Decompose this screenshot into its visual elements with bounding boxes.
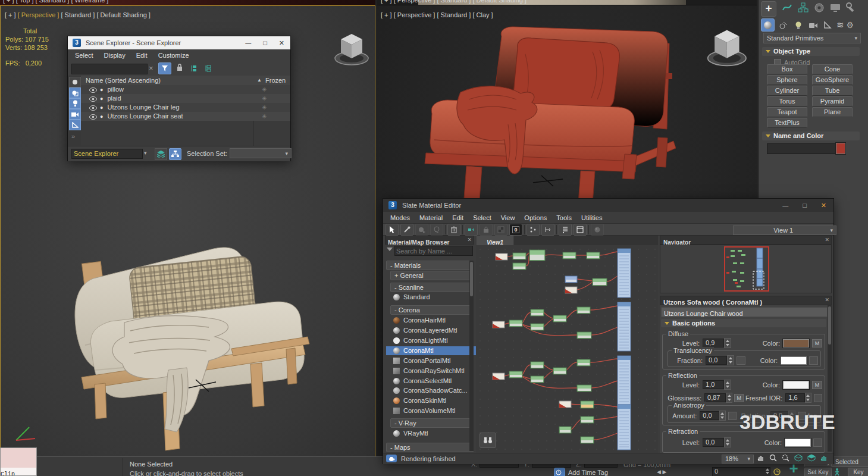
layout-all-icon[interactable] xyxy=(527,224,540,236)
selected-filter-dropdown[interactable]: Selected xyxy=(832,458,868,467)
filter-helpers-icon[interactable] xyxy=(69,120,81,130)
material-name-field[interactable]: Utzons Lounge Chair wood xyxy=(661,307,828,317)
frame-step-arrows[interactable]: ◀ ▶ xyxy=(657,469,666,475)
render-dot-icon[interactable]: ● xyxy=(100,105,103,111)
menu-tools[interactable]: Tools xyxy=(556,214,572,221)
top-viewport-sliver-left[interactable]: [ + ] [ Top ] [ Standard ] [ Wireframe ] xyxy=(0,0,375,5)
frozen-cell-icon[interactable]: ✳ xyxy=(262,104,267,111)
select-tool-button[interactable] xyxy=(386,224,399,236)
layout-children-icon[interactable] xyxy=(541,224,554,236)
reflection-color-swatch[interactable] xyxy=(783,381,809,389)
fresnel-map-slot[interactable] xyxy=(814,394,822,402)
list-item-coronalightmtl[interactable]: CoronaLightMtl xyxy=(393,336,468,345)
primitive-button-torus[interactable]: Torus xyxy=(767,96,807,107)
list-item-coronavolumemtl[interactable]: CoronaVolumeMtl xyxy=(393,406,468,415)
menu-select[interactable]: Select xyxy=(75,52,93,59)
refraction-color-swatch[interactable] xyxy=(785,439,811,447)
viewport-pov-label[interactable]: [ Perspective ] xyxy=(18,11,59,18)
list-item-standard[interactable]: Standard xyxy=(393,293,468,302)
menu-options[interactable]: Options xyxy=(524,214,547,221)
object-name-field[interactable] xyxy=(767,143,836,154)
top-viewport-sliver-right[interactable]: [ + ] [ Perspective ] [ Standard ] [ Def… xyxy=(377,0,757,5)
diffuse-color-swatch[interactable] xyxy=(783,339,809,347)
refraction-map-slot[interactable] xyxy=(813,439,822,447)
group-corona[interactable]: - Corona xyxy=(390,305,474,315)
minimize-icon[interactable]: — xyxy=(782,202,788,209)
zoom-region-icon[interactable] xyxy=(782,453,789,464)
translucency-map-slot[interactable] xyxy=(809,356,818,365)
basic-options-rollout[interactable]: Basic options xyxy=(661,319,826,327)
parameter-panel-header[interactable]: Utzons Sofa wood ( CoronaMtl ) ✕ xyxy=(660,296,832,305)
frozen-cell-icon[interactable]: ✳ xyxy=(262,95,267,102)
amount-map-slot[interactable] xyxy=(728,412,737,420)
show-background-icon[interactable] xyxy=(494,224,507,236)
primitive-button-tube[interactable]: Tube xyxy=(812,86,853,96)
tab-utilities[interactable] xyxy=(846,2,857,15)
table-row[interactable]: ● Utzons Lounge Chair seat ✳ xyxy=(81,112,290,121)
browser-header[interactable]: Material/Map Browser ✕ xyxy=(385,236,474,245)
set-key-button[interactable]: Set Key xyxy=(804,468,832,476)
pan-to-selected-button[interactable] xyxy=(480,433,496,448)
pick-material-icon[interactable] xyxy=(400,224,413,236)
list-item-coronarayswitchmtl[interactable]: CoronaRaySwitchMtl xyxy=(393,367,468,375)
navigator-header[interactable]: Navigator ✕ xyxy=(660,236,832,245)
collapse-all-icon[interactable] xyxy=(205,64,213,74)
fraction-field[interactable]: 0,0 xyxy=(706,356,727,365)
time-configuration-icon[interactable] xyxy=(773,468,782,476)
filter-cameras-icon[interactable] xyxy=(69,109,81,120)
glossiness-field[interactable]: 0,87 xyxy=(704,393,726,402)
diffuse-map-button[interactable]: M xyxy=(812,339,822,347)
hierarchy-view-icon[interactable] xyxy=(169,148,181,160)
zoom-extents-icon[interactable] xyxy=(794,453,803,464)
list-item-coronashadowcatchermtl[interactable]: CoronaShadowCatc... xyxy=(393,386,468,395)
primitive-button-cylinder[interactable]: Cylinder xyxy=(767,86,807,96)
add-time-tag-icon[interactable] xyxy=(554,468,565,476)
reflection-level-field[interactable]: 1,0 xyxy=(703,380,724,389)
upper-viewport-label[interactable]: [ + ] [ Perspective ] [ Standard ] [ Def… xyxy=(381,0,527,4)
table-row[interactable]: ● pillow ✳ xyxy=(81,85,290,94)
select-by-material-icon[interactable] xyxy=(591,224,604,236)
browser-search-input[interactable] xyxy=(394,246,473,256)
glossiness-map-button[interactable]: M xyxy=(734,394,744,402)
layers-icon[interactable] xyxy=(155,148,167,160)
list-item-coronalayeredmtl[interactable]: CoronaLayeredMtl xyxy=(393,326,468,335)
more-filters-icon[interactable]: » xyxy=(71,133,75,140)
frame-spinner[interactable] xyxy=(766,468,769,474)
list-item-coronaselectmtl[interactable]: CoronaSelectMtl xyxy=(393,377,468,386)
diffuse-level-spinner[interactable] xyxy=(724,338,731,348)
clear-search-icon[interactable]: × xyxy=(149,64,153,73)
zoom-level-dropdown[interactable]: 18%▾ xyxy=(722,455,754,464)
add-time-tag[interactable]: Add Time Tag xyxy=(568,469,608,476)
close-panel-icon[interactable]: ✕ xyxy=(825,297,829,303)
object-name[interactable]: Utzons Lounge Chair leg xyxy=(107,103,179,112)
node-graph-canvas[interactable] xyxy=(476,245,658,453)
filter-geometry-icon[interactable] xyxy=(69,87,81,98)
subtab-spacewarps[interactable]: ≋ xyxy=(836,20,844,30)
subtab-systems[interactable]: ⚙ xyxy=(847,20,854,30)
zoom-extents-selected-icon[interactable] xyxy=(807,453,816,464)
tab-hierarchy[interactable] xyxy=(798,2,809,15)
group-vray[interactable]: - V-Ray xyxy=(390,418,474,428)
maxscript-mini-listener[interactable]: Clip Associ xyxy=(0,447,37,476)
tab-display[interactable] xyxy=(830,2,841,15)
object-name[interactable]: Utzons Lounge Chair seat xyxy=(107,112,183,121)
filter-lights-icon[interactable] xyxy=(69,98,81,109)
column-header[interactable]: Name (Sorted Ascending) ▲ Frozen xyxy=(81,76,290,86)
object-name[interactable]: pillow xyxy=(107,85,124,94)
filter-icon[interactable] xyxy=(158,62,171,74)
scene-explorer-titlebar[interactable]: 3 Scene Explorer - Scene Explorer — □ ✕ xyxy=(68,36,290,49)
list-item-coronahairmtl[interactable]: CoronaHairMtl xyxy=(393,316,468,325)
primitive-button-plane[interactable]: Plane xyxy=(812,107,853,117)
amount-field[interactable]: 0,0 xyxy=(700,411,719,420)
group-maps[interactable]: - Maps xyxy=(386,443,474,452)
explorer-combo-chevron-icon[interactable]: ▾ xyxy=(144,150,147,156)
eye-icon[interactable] xyxy=(89,111,97,122)
maximize-icon[interactable]: □ xyxy=(263,39,267,46)
zoom-tool-icon[interactable] xyxy=(769,453,777,464)
list-item-coronaportalmtl[interactable]: CoronaPortalMtl xyxy=(393,356,468,365)
refraction-level-spinner[interactable] xyxy=(724,437,731,447)
frame-number-field[interactable]: 0 xyxy=(712,467,770,476)
key-filters-button[interactable]: Key Fil... xyxy=(848,468,868,476)
reflection-map-button[interactable]: M xyxy=(812,381,822,389)
close-panel-icon[interactable]: ✕ xyxy=(825,237,829,243)
